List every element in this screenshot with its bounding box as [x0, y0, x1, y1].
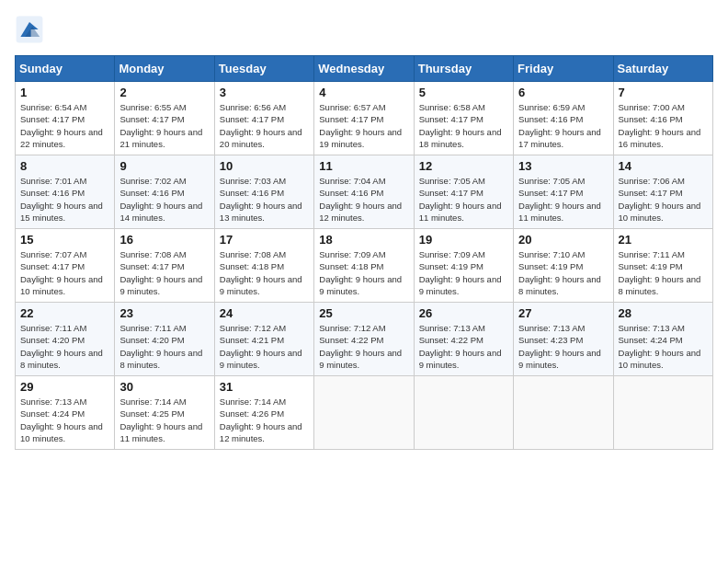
day-number: 20 [518, 233, 608, 247]
header-day: Tuesday [214, 56, 313, 82]
calendar-cell: 27 Sunrise: 7:13 AM Sunset: 4:23 PM Dayl… [514, 303, 613, 376]
cell-content: Sunrise: 6:54 AM Sunset: 4:17 PM Dayligh… [20, 101, 109, 150]
calendar-cell: 23 Sunrise: 7:11 AM Sunset: 4:20 PM Dayl… [115, 303, 214, 376]
calendar-cell: 25 Sunrise: 7:12 AM Sunset: 4:22 PM Dayl… [314, 303, 414, 376]
day-number: 29 [20, 380, 109, 394]
logo-icon [15, 15, 44, 44]
day-number: 28 [619, 306, 708, 320]
calendar-cell: 6 Sunrise: 6:59 AM Sunset: 4:16 PM Dayli… [514, 82, 613, 155]
cell-content: Sunrise: 7:01 AM Sunset: 4:16 PM Dayligh… [20, 175, 109, 224]
calendar-cell: 14 Sunrise: 7:06 AM Sunset: 4:17 PM Dayl… [613, 155, 712, 229]
day-number: 2 [119, 86, 209, 99]
day-number: 21 [619, 233, 708, 247]
cell-content: Sunrise: 7:02 AM Sunset: 4:16 PM Dayligh… [119, 175, 209, 224]
day-number: 5 [419, 86, 508, 99]
day-number: 30 [119, 380, 209, 394]
cell-content: Sunrise: 7:14 AM Sunset: 4:25 PM Dayligh… [119, 396, 209, 444]
calendar-cell: 18 Sunrise: 7:09 AM Sunset: 4:18 PM Dayl… [314, 229, 414, 303]
cell-content: Sunrise: 7:12 AM Sunset: 4:22 PM Dayligh… [319, 322, 408, 371]
calendar-cell: 20 Sunrise: 7:10 AM Sunset: 4:19 PM Dayl… [514, 229, 613, 303]
calendar-cell: 4 Sunrise: 6:57 AM Sunset: 4:17 PM Dayli… [314, 82, 414, 155]
cell-content: Sunrise: 7:09 AM Sunset: 4:18 PM Dayligh… [319, 248, 408, 297]
calendar-cell: 3 Sunrise: 6:56 AM Sunset: 4:17 PM Dayli… [214, 82, 313, 155]
day-number: 27 [518, 306, 608, 320]
calendar-week-row: 15 Sunrise: 7:07 AM Sunset: 4:17 PM Dayl… [16, 229, 713, 303]
cell-content: Sunrise: 7:11 AM Sunset: 4:20 PM Dayligh… [20, 322, 109, 371]
calendar-cell: 5 Sunrise: 6:58 AM Sunset: 4:17 PM Dayli… [414, 82, 513, 155]
header-day: Thursday [414, 56, 513, 82]
day-number: 12 [419, 159, 508, 173]
calendar-cell: 8 Sunrise: 7:01 AM Sunset: 4:16 PM Dayli… [16, 155, 115, 229]
day-number: 8 [20, 159, 109, 173]
cell-content: Sunrise: 7:13 AM Sunset: 4:24 PM Dayligh… [20, 396, 109, 444]
calendar-week-row: 1 Sunrise: 6:54 AM Sunset: 4:17 PM Dayli… [16, 82, 713, 155]
cell-content: Sunrise: 7:13 AM Sunset: 4:22 PM Dayligh… [419, 322, 508, 371]
calendar-cell: 13 Sunrise: 7:05 AM Sunset: 4:17 PM Dayl… [514, 155, 613, 229]
calendar-cell: 21 Sunrise: 7:11 AM Sunset: 4:19 PM Dayl… [613, 229, 712, 303]
cell-content: Sunrise: 7:09 AM Sunset: 4:19 PM Dayligh… [419, 248, 508, 297]
cell-content: Sunrise: 6:57 AM Sunset: 4:17 PM Dayligh… [319, 101, 408, 150]
cell-content: Sunrise: 6:56 AM Sunset: 4:17 PM Dayligh… [220, 101, 309, 150]
calendar-week-row: 22 Sunrise: 7:11 AM Sunset: 4:20 PM Dayl… [16, 303, 713, 376]
calendar-cell: 28 Sunrise: 7:13 AM Sunset: 4:24 PM Dayl… [613, 303, 712, 376]
calendar-cell: 19 Sunrise: 7:09 AM Sunset: 4:19 PM Dayl… [414, 229, 513, 303]
cell-content: Sunrise: 7:14 AM Sunset: 4:26 PM Dayligh… [220, 396, 309, 444]
day-number: 23 [119, 306, 209, 320]
calendar-table: SundayMondayTuesdayWednesdayThursdayFrid… [15, 55, 713, 450]
page-header [15, 15, 713, 44]
cell-content: Sunrise: 7:08 AM Sunset: 4:18 PM Dayligh… [220, 248, 309, 297]
header-day: Wednesday [314, 56, 414, 82]
day-number: 1 [20, 86, 109, 99]
cell-content: Sunrise: 7:13 AM Sunset: 4:24 PM Dayligh… [619, 322, 708, 371]
calendar-cell: 11 Sunrise: 7:04 AM Sunset: 4:16 PM Dayl… [314, 155, 414, 229]
calendar-week-row: 29 Sunrise: 7:13 AM Sunset: 4:24 PM Dayl… [16, 376, 713, 450]
calendar-cell: 12 Sunrise: 7:05 AM Sunset: 4:17 PM Dayl… [414, 155, 513, 229]
day-number: 11 [319, 159, 408, 173]
logo [15, 15, 48, 44]
calendar-cell: 16 Sunrise: 7:08 AM Sunset: 4:17 PM Dayl… [115, 229, 214, 303]
cell-content: Sunrise: 7:03 AM Sunset: 4:16 PM Dayligh… [220, 175, 309, 224]
cell-content: Sunrise: 6:58 AM Sunset: 4:17 PM Dayligh… [419, 101, 508, 150]
cell-content: Sunrise: 7:04 AM Sunset: 4:16 PM Dayligh… [319, 175, 408, 224]
cell-content: Sunrise: 7:05 AM Sunset: 4:17 PM Dayligh… [419, 175, 508, 224]
calendar-cell [514, 376, 613, 450]
day-number: 15 [20, 233, 109, 247]
calendar-cell: 31 Sunrise: 7:14 AM Sunset: 4:26 PM Dayl… [214, 376, 313, 450]
day-number: 3 [220, 86, 309, 99]
day-number: 10 [220, 159, 309, 173]
day-number: 31 [220, 380, 309, 394]
cell-content: Sunrise: 7:13 AM Sunset: 4:23 PM Dayligh… [518, 322, 608, 371]
day-number: 14 [619, 159, 708, 173]
day-number: 26 [419, 306, 508, 320]
calendar-cell [314, 376, 414, 450]
header-day: Monday [115, 56, 214, 82]
cell-content: Sunrise: 7:07 AM Sunset: 4:17 PM Dayligh… [20, 248, 109, 297]
cell-content: Sunrise: 7:11 AM Sunset: 4:20 PM Dayligh… [119, 322, 209, 371]
calendar-cell: 9 Sunrise: 7:02 AM Sunset: 4:16 PM Dayli… [115, 155, 214, 229]
calendar-cell: 29 Sunrise: 7:13 AM Sunset: 4:24 PM Dayl… [16, 376, 115, 450]
calendar-week-row: 8 Sunrise: 7:01 AM Sunset: 4:16 PM Dayli… [16, 155, 713, 229]
cell-content: Sunrise: 6:59 AM Sunset: 4:16 PM Dayligh… [518, 101, 608, 150]
cell-content: Sunrise: 7:11 AM Sunset: 4:19 PM Dayligh… [619, 248, 708, 297]
calendar-cell: 26 Sunrise: 7:13 AM Sunset: 4:22 PM Dayl… [414, 303, 513, 376]
day-number: 7 [619, 86, 708, 99]
cell-content: Sunrise: 7:10 AM Sunset: 4:19 PM Dayligh… [518, 248, 608, 297]
cell-content: Sunrise: 7:05 AM Sunset: 4:17 PM Dayligh… [518, 175, 608, 224]
calendar-cell: 15 Sunrise: 7:07 AM Sunset: 4:17 PM Dayl… [16, 229, 115, 303]
calendar-cell: 1 Sunrise: 6:54 AM Sunset: 4:17 PM Dayli… [16, 82, 115, 155]
calendar-cell [613, 376, 712, 450]
calendar-cell: 24 Sunrise: 7:12 AM Sunset: 4:21 PM Dayl… [214, 303, 313, 376]
day-number: 25 [319, 306, 408, 320]
calendar-cell: 22 Sunrise: 7:11 AM Sunset: 4:20 PM Dayl… [16, 303, 115, 376]
day-number: 22 [20, 306, 109, 320]
day-number: 18 [319, 233, 408, 247]
header-day: Friday [514, 56, 613, 82]
cell-content: Sunrise: 7:12 AM Sunset: 4:21 PM Dayligh… [220, 322, 309, 371]
day-number: 9 [119, 159, 209, 173]
day-number: 17 [220, 233, 309, 247]
calendar-cell: 7 Sunrise: 7:00 AM Sunset: 4:16 PM Dayli… [613, 82, 712, 155]
calendar-cell: 17 Sunrise: 7:08 AM Sunset: 4:18 PM Dayl… [214, 229, 313, 303]
day-number: 6 [518, 86, 608, 99]
cell-content: Sunrise: 7:00 AM Sunset: 4:16 PM Dayligh… [619, 101, 708, 150]
calendar-cell: 30 Sunrise: 7:14 AM Sunset: 4:25 PM Dayl… [115, 376, 214, 450]
